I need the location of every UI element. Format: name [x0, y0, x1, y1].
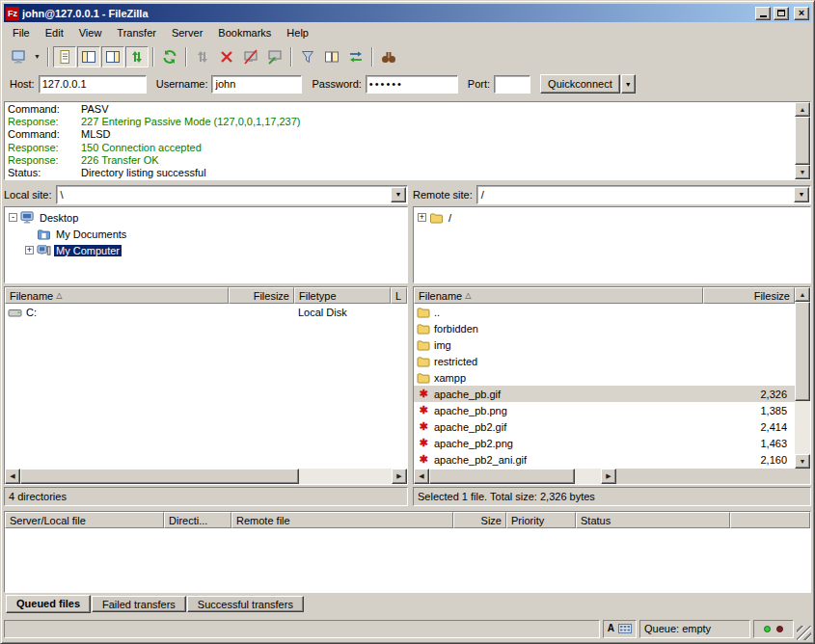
- menu-view[interactable]: View: [71, 24, 110, 41]
- file-row[interactable]: forbidden: [414, 320, 795, 336]
- remote-list-rows[interactable]: .. forbidden img restricted: [414, 304, 795, 469]
- file-row-selected[interactable]: ✱apache_pb.gif 2,326: [414, 386, 795, 402]
- scroll-down-icon[interactable]: ▼: [795, 454, 810, 469]
- collapse-icon[interactable]: -: [9, 213, 17, 222]
- file-row[interactable]: restricted: [414, 353, 795, 369]
- resize-grip[interactable]: [797, 626, 811, 640]
- column-header-status[interactable]: Status: [576, 512, 730, 528]
- column-header-filesize[interactable]: Filesize: [229, 287, 294, 304]
- chevron-down-icon[interactable]: ▼: [794, 187, 809, 202]
- process-queue-button[interactable]: [191, 46, 214, 67]
- title-bar[interactable]: Fz john@127.0.0.1 - FileZilla ×: [4, 4, 811, 22]
- minimize-icon: [760, 15, 767, 17]
- tab-failed-transfers[interactable]: Failed transfers: [92, 596, 186, 612]
- refresh-button[interactable]: [158, 46, 181, 67]
- local-tree-toggle-button[interactable]: [77, 46, 100, 67]
- remote-site-combobox[interactable]: / ▼: [476, 185, 811, 204]
- chevron-down-icon[interactable]: ▼: [391, 187, 406, 202]
- message-log-content: Command:PASV Response:227 Entering Passi…: [5, 102, 795, 179]
- password-input[interactable]: [366, 75, 458, 94]
- file-row[interactable]: xampp: [414, 369, 795, 386]
- remote-vertical-scrollbar[interactable]: ▲ ▼: [795, 287, 810, 469]
- scroll-left-icon[interactable]: ◀: [5, 469, 20, 484]
- synchronized-browsing-button[interactable]: [344, 46, 367, 67]
- minimize-button[interactable]: [755, 7, 771, 20]
- refresh-icon: [162, 49, 177, 65]
- quickconnect-button[interactable]: Quickconnect: [540, 74, 620, 94]
- scrollbar-thumb[interactable]: [429, 469, 575, 484]
- menu-bookmarks[interactable]: Bookmarks: [210, 24, 279, 41]
- site-manager-button[interactable]: [7, 46, 30, 67]
- scrollbar-thumb[interactable]: [795, 302, 810, 401]
- find-files-button[interactable]: [377, 46, 400, 67]
- transfer-type-icon[interactable]: A: [608, 624, 614, 633]
- local-list-rows[interactable]: C: Local Disk: [5, 304, 407, 469]
- expand-icon[interactable]: +: [418, 213, 426, 222]
- file-row[interactable]: ✱apache_pb2_ani.gif 2,160: [414, 451, 795, 468]
- port-label: Port:: [468, 78, 490, 90]
- local-horizontal-scrollbar[interactable]: ◀ ▶: [5, 469, 407, 484]
- scroll-right-icon[interactable]: ▶: [601, 469, 616, 484]
- column-header-filetype[interactable]: Filetype: [294, 287, 391, 304]
- column-header-priority[interactable]: Priority: [506, 512, 576, 528]
- cancel-button[interactable]: [215, 46, 238, 67]
- column-header-direction[interactable]: Directi...: [164, 512, 231, 528]
- tree-item-desktop[interactable]: - Desktop: [6, 209, 406, 226]
- maximize-button[interactable]: [774, 7, 789, 20]
- file-row[interactable]: img: [414, 336, 795, 353]
- menu-edit[interactable]: Edit: [38, 24, 71, 41]
- scrollbar-thumb[interactable]: [20, 469, 299, 484]
- tree-item-root[interactable]: + /: [415, 209, 809, 226]
- remote-tree[interactable]: + /: [413, 206, 811, 283]
- scroll-right-icon[interactable]: ▶: [392, 469, 407, 484]
- folder-icon: [417, 339, 430, 351]
- queue-toggle-button[interactable]: [125, 46, 149, 67]
- queue-list-area[interactable]: [5, 528, 810, 592]
- port-input[interactable]: [494, 75, 530, 94]
- disconnect-button[interactable]: [239, 46, 262, 67]
- local-site-combobox[interactable]: \ ▼: [56, 185, 408, 204]
- scroll-up-icon[interactable]: ▲: [795, 102, 810, 117]
- tree-item-label: Desktop: [38, 212, 80, 224]
- site-manager-dropdown-button[interactable]: ▼: [31, 46, 43, 67]
- column-header-filesize[interactable]: Filesize: [703, 287, 795, 304]
- column-header-size[interactable]: Size: [453, 512, 506, 528]
- username-input[interactable]: [211, 75, 302, 94]
- menu-server[interactable]: Server: [164, 24, 210, 41]
- quickconnect-dropdown-button[interactable]: ▼: [621, 74, 636, 94]
- close-button[interactable]: ×: [794, 7, 809, 20]
- file-row[interactable]: ✱apache_pb2.png 1,463: [414, 435, 795, 451]
- column-header-lastmodified[interactable]: L: [391, 287, 407, 304]
- column-header-filename[interactable]: Filename△: [414, 287, 703, 304]
- file-row[interactable]: ✱apache_pb2.gif 2,414: [414, 418, 795, 435]
- tab-queued-files[interactable]: Queued files: [6, 595, 91, 613]
- expand-icon[interactable]: +: [25, 246, 34, 255]
- file-row[interactable]: ..: [414, 304, 795, 320]
- column-header-remote-file[interactable]: Remote file: [231, 512, 453, 528]
- keypad-icon[interactable]: [618, 624, 632, 633]
- scrollbar-thumb[interactable]: [795, 117, 810, 165]
- message-log-toggle-button[interactable]: [53, 46, 76, 67]
- file-row[interactable]: ✱apache_pb.png 1,385: [414, 402, 795, 418]
- log-vertical-scrollbar[interactable]: ▲ ▼: [795, 102, 810, 179]
- file-row-local-disk[interactable]: C: Local Disk: [5, 304, 407, 320]
- menu-file[interactable]: File: [5, 24, 38, 41]
- local-tree[interactable]: - Desktop My Documents + My Computer: [4, 206, 408, 283]
- column-header-server-local-file[interactable]: Server/Local file: [5, 512, 164, 528]
- queue-view-icon: [129, 49, 145, 65]
- directory-comparison-button[interactable]: [320, 46, 343, 67]
- tab-successful-transfers[interactable]: Successful transfers: [187, 596, 304, 612]
- scroll-up-icon[interactable]: ▲: [795, 287, 810, 302]
- tree-item-my-documents[interactable]: My Documents: [22, 226, 406, 242]
- reconnect-button[interactable]: [263, 46, 286, 67]
- scroll-left-icon[interactable]: ◀: [414, 469, 429, 484]
- tree-item-my-computer[interactable]: + My Computer: [22, 242, 406, 258]
- remote-tree-toggle-button[interactable]: [101, 46, 124, 67]
- filter-button[interactable]: [296, 46, 319, 67]
- menu-help[interactable]: Help: [279, 24, 316, 41]
- scroll-down-icon[interactable]: ▼: [795, 165, 810, 179]
- host-input[interactable]: [39, 75, 147, 94]
- menu-transfer[interactable]: Transfer: [109, 24, 164, 41]
- remote-horizontal-scrollbar[interactable]: ◀ ▶: [414, 469, 795, 484]
- column-header-filename[interactable]: Filename△: [5, 287, 229, 304]
